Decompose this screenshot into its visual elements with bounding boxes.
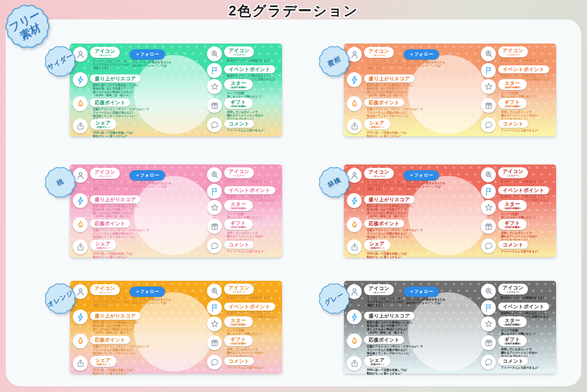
feature-label: コメント — [503, 242, 523, 248]
flame-icon — [347, 96, 362, 111]
gift-icon — [481, 335, 496, 350]
feature-label: アイコン — [95, 286, 115, 291]
feature-sublabel: （ライバー） — [95, 175, 115, 178]
label-bubble: イベントポイント — [224, 65, 275, 73]
feature-point: 応援ポイント 応援のアクション（ギフト・スターなど）で ライバーさんに応援が送れ… — [347, 334, 423, 359]
label-bubble: 盛り上がりスコア — [90, 75, 140, 83]
label-bubble: アイコン （リスナー） — [224, 284, 254, 295]
share-icon — [73, 356, 88, 371]
feature-desc: ライバーさんとお話できるよ! — [501, 129, 553, 132]
feature-desc: 配信中のリスナーが確認できるよ! — [227, 59, 279, 62]
feature-label: シェア — [95, 358, 112, 363]
label-bubble: コメント — [224, 357, 254, 365]
label-bubble: アイコン （リスナー） — [498, 167, 528, 178]
feature-desc: 配信中のリスナーが確認できるよ! — [227, 180, 279, 183]
listener-icon — [207, 46, 222, 61]
feature-sublabel: （ライバー） — [369, 54, 389, 57]
follow-button[interactable]: ＋フォロー — [404, 170, 439, 181]
label-bubble: ギフト （有料応援機能） — [224, 219, 253, 230]
gift-icon — [207, 98, 222, 113]
gradient-template-card: ++++++++++++++++++++++++++++++++++++++++… — [70, 281, 282, 374]
feature-desc: 配信の盛り上がりを数値化したもの。 数値が高いほど注目度がアップ! 盛り上がるほ… — [367, 321, 414, 335]
feature-desc: 配信の盛り上がりを数値化したもの。 数値が高いほど注目度がアップ! 盛り上がるほ… — [93, 205, 140, 218]
share-icon — [347, 119, 362, 134]
follow-button[interactable]: ＋フォロー — [404, 287, 439, 297]
comment-icon — [207, 238, 222, 253]
feature-label: ギフト — [229, 100, 248, 105]
feature-label: 応援ポイント — [369, 100, 400, 105]
label-bubble: スター （無料応援機能） — [498, 200, 527, 211]
feature-desc: 配信の盛り上がりを数値化したもの。 数値が高いほど注目度がアップ! 盛り上がるほ… — [93, 84, 140, 97]
listener-icon — [481, 46, 496, 61]
feature-desc: ライバーさんとお話できるよ! — [227, 366, 279, 370]
label-bubble: コメント — [498, 241, 528, 249]
feature-icon-listener: アイコン （リスナー） 配信中のリスナーが確認できるよ! — [207, 46, 279, 62]
feature-desc: ライバーさんとお話できるよ! — [227, 250, 279, 253]
label-bubble: イベントポイント — [224, 303, 275, 311]
label-bubble: コメント — [224, 120, 254, 128]
page-title: 2色グラデーション — [0, 2, 587, 20]
feature-label: 盛り上がりスコア — [369, 76, 410, 81]
label-bubble: ギフト （有料応援機能） — [498, 335, 527, 346]
feature-label: イベントポイント — [229, 188, 271, 193]
label-bubble: 盛り上がりスコア — [90, 312, 140, 320]
label-bubble: アイコン （ライバー） — [90, 284, 120, 295]
feature-label: 盛り上がりスコア — [95, 313, 136, 319]
feature-sublabel: （拡散ボタン） — [369, 246, 386, 249]
feature-label: シェア — [95, 120, 112, 126]
flag-icon — [481, 184, 496, 199]
feature-label: アイコン — [95, 49, 115, 54]
gift-icon — [207, 219, 222, 234]
feature-sublabel: （拡散ボタン） — [95, 363, 112, 366]
feature-label: 盛り上がりスコア — [369, 197, 410, 202]
listener-icon — [207, 167, 222, 182]
feature-star: スター （無料応援機能） タップで応援! 推しをスターで輝かせよう! — [481, 79, 553, 99]
feature-label: スター — [503, 202, 522, 207]
label-bubble: アイコン （ライバー） — [364, 168, 394, 179]
feature-sublabel: （無料応援機能） — [503, 207, 522, 210]
feature-desc: ライバーさんのアイコンを タップするとプロフィールが 確認できるよ! — [367, 297, 404, 307]
flame-icon — [73, 334, 88, 348]
feature-label: シェア — [369, 358, 386, 363]
follow-button[interactable]: ＋フォロー — [130, 287, 165, 297]
feature-label: アイコン — [229, 285, 249, 291]
feature-desc: SNSに貼って応援を拡散してね! 配信がもっと盛り上がるよ! — [367, 131, 407, 138]
follow-desc: ライバーさんの配信を見るため 忘れずに“フォロー”してね! — [406, 61, 445, 68]
listener-icon — [481, 167, 496, 182]
label-bubble: コメント — [498, 357, 528, 365]
follow-button[interactable]: ＋フォロー — [130, 49, 165, 60]
feature-label: コメント — [229, 242, 249, 248]
star-icon — [481, 200, 496, 215]
feature-icon-listener: アイコン （リスナー） 配信中のリスナーが確認できるよ! — [481, 167, 553, 183]
feature-desc: SNSに貼って応援を拡散してね! 配信がもっと盛り上がるよ! — [93, 131, 133, 138]
feature-sublabel: （有料応援機能） — [503, 105, 522, 108]
flag-icon — [207, 63, 222, 78]
flame-icon — [347, 334, 362, 348]
color-name-badge: 蜜柑 — [316, 44, 352, 79]
feature-label: アイコン — [369, 49, 389, 54]
follow-button[interactable]: ＋フォロー — [130, 170, 165, 181]
label-bubble: イベントポイント — [498, 303, 549, 311]
feature-comment: コメント ライバーさんとお話できるよ! — [207, 238, 279, 253]
feature-comment: コメント ライバーさんとお話できるよ! — [481, 355, 553, 370]
share-icon — [347, 240, 362, 254]
feature-score: 盛り上がりスコア 配信の盛り上がりを数値化したもの。 数値が高いほど注目度がアッ… — [347, 309, 414, 335]
follow-button[interactable]: ＋フォロー — [404, 49, 439, 60]
label-bubble: ギフト （有料応援機能） — [498, 219, 527, 230]
feature-sublabel: （拡散ボタン） — [95, 246, 112, 249]
feature-point: 応援ポイント 応援のアクション（ギフト・スターなど）で ライバーさんに応援が送れ… — [347, 217, 423, 242]
feature-label: コメント — [229, 121, 249, 127]
label-bubble: アイコン （リスナー） — [224, 46, 254, 57]
flag-icon — [207, 300, 222, 315]
feature-sublabel: （リスナー） — [503, 291, 523, 293]
feature-desc: SNSに貼って応援を拡散してね! 配信がもっと盛り上がるよ! — [93, 252, 133, 259]
comment-icon — [207, 117, 222, 132]
feature-label: イベントポイント — [503, 67, 545, 72]
label-bubble: 応援ポイント — [90, 336, 130, 344]
follow-desc: ライバーさんの配信を見るため 忘れずに“フォロー”してね! — [132, 298, 171, 305]
feature-sublabel: （無料応援機能） — [229, 86, 248, 89]
gradient-template-card: ++++++++++++++++++++++++++++++++++++++++… — [344, 164, 556, 257]
label-bubble: 盛り上がりスコア — [364, 312, 414, 320]
feature-desc: ライバーさんのアイコンを タップするとプロフィールが 確認できるよ! — [93, 297, 130, 307]
label-bubble: 盛り上がりスコア — [90, 195, 140, 203]
